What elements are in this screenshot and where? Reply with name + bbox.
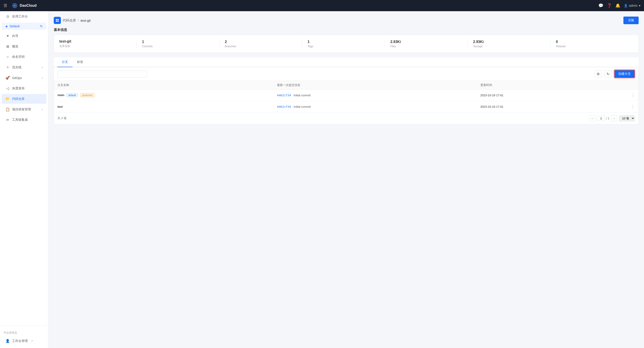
sidebar-item-label: 命名空间 bbox=[12, 55, 24, 59]
breadcrumb-separator: / bbox=[78, 19, 79, 22]
workspace-mgmt-icon: 👤 bbox=[5, 339, 10, 343]
stat-repo-name: test-git 仓库名称 bbox=[59, 40, 137, 48]
basic-info-title: 基本信息 bbox=[54, 28, 639, 32]
stat-repo-name-value: test-git bbox=[59, 40, 131, 44]
page-size-select[interactable]: 10 项 20 项 50 项 bbox=[619, 115, 635, 121]
sidebar-item-project-mgmt[interactable]: 📋 项目研发管理 › bbox=[2, 105, 46, 114]
sidebar-item-label: 概览 bbox=[12, 45, 18, 49]
sidebar-item-toolchain[interactable]: ∞ 工具链集成 bbox=[2, 115, 46, 125]
user-avatar-icon: 👤 bbox=[624, 4, 628, 8]
gitops-arrow-icon: › bbox=[42, 76, 43, 80]
stat-tags: 1 Tags bbox=[302, 40, 385, 48]
refresh-button[interactable]: ↻ bbox=[604, 70, 612, 78]
col-last-commit: 最新一次提交信息 bbox=[274, 81, 477, 90]
create-branch-button[interactable]: 创建分支 bbox=[614, 70, 635, 78]
sidebar-item-gitops[interactable]: 🚀 GitOps › bbox=[2, 73, 46, 83]
breadcrumb-current-repo: test-git bbox=[80, 19, 91, 23]
layout: ⊙ 应用工作台 ◈ Default ↻ ✦ 向导 ⊞ 概览 ○ 命名空间 ✧ 流… bbox=[0, 11, 644, 348]
search-wrapper: 🔍 bbox=[58, 71, 147, 78]
pagination-nav: ‹ 1 / 1 › 10 项 20 项 50 项 bbox=[589, 115, 635, 121]
default-icon: ◈ bbox=[5, 25, 8, 28]
stat-tags-label: Tags bbox=[308, 45, 380, 48]
update-time-cell-main: 2023-10-19 17:41 bbox=[477, 90, 627, 101]
sidebar-bottom: 平台管理员 👤 工作台管理 ↗ bbox=[0, 325, 48, 348]
settings-button[interactable]: ⚙ bbox=[594, 70, 602, 78]
main-content: 代码仓库 / test-git 克隆 基本信息 test-git 仓库名称 1 … bbox=[48, 11, 644, 348]
sidebar-item-code-repo[interactable]: 📁 代码仓库 bbox=[2, 94, 46, 104]
table-row: test 4462cf34 Initial commit 2023-10-19 … bbox=[54, 101, 638, 112]
col-actions bbox=[627, 81, 638, 90]
pagination: 共 2 项 ‹ 1 / 1 › 10 项 20 项 50 项 bbox=[54, 112, 638, 124]
stats-card: test-git 仓库名称 1 Commits 2 Branches 1 Tag… bbox=[54, 35, 639, 53]
branch-tabs: 分支 标签 bbox=[54, 57, 639, 67]
prev-page-button[interactable]: ‹ bbox=[589, 115, 595, 121]
pipeline-icon: ✧ bbox=[5, 65, 10, 69]
user-name: admin bbox=[629, 4, 638, 8]
gray-release-icon: ◁ bbox=[5, 86, 10, 91]
hamburger-menu[interactable]: ☰ bbox=[4, 3, 7, 8]
sidebar-item-label: 向导 bbox=[12, 34, 18, 38]
sidebar-item-pipeline[interactable]: ✧ 流水线 › bbox=[2, 63, 46, 72]
tab-tags[interactable]: 标签 bbox=[72, 57, 88, 67]
clone-button[interactable]: 克隆 bbox=[624, 17, 639, 24]
navbar: ☰ DaoCloud 💬 ❓ 🔔 👤 admin ▾ bbox=[0, 0, 644, 11]
namespace-icon: ○ bbox=[5, 55, 10, 59]
sidebar-item-label: 工作台管理 bbox=[12, 339, 28, 343]
more-actions-icon-test[interactable]: ⋮ bbox=[631, 104, 635, 109]
stat-commits: 1 Commits bbox=[137, 40, 220, 48]
commit-info-cell-main: 4462cf34 Initial commit bbox=[274, 90, 477, 101]
help-icon[interactable]: ❓ bbox=[607, 3, 612, 8]
sidebar-item-label: 工具链集成 bbox=[12, 118, 28, 122]
sidebar-item-guide[interactable]: ✦ 向导 bbox=[2, 31, 46, 41]
search-input[interactable] bbox=[58, 71, 147, 78]
project-mgmt-icon: 📋 bbox=[5, 107, 10, 112]
breadcrumb-repo-label[interactable]: 代码仓库 bbox=[63, 18, 76, 23]
more-actions-icon-main[interactable]: ⋮ bbox=[631, 93, 635, 97]
sidebar-item-gray-release[interactable]: ◁ 灰度发布 bbox=[2, 84, 46, 93]
sidebar: ⊙ 应用工作台 ◈ Default ↻ ✦ 向导 ⊞ 概览 ○ 命名空间 ✧ 流… bbox=[0, 11, 48, 348]
commit-hash-test: 4462cf34 bbox=[277, 105, 291, 108]
notification-icon[interactable]: 🔔 bbox=[615, 3, 620, 8]
commit-msg-main: Initial commit bbox=[294, 94, 310, 97]
sidebar-item-workspace-mgmt[interactable]: 👤 工作台管理 ↗ bbox=[2, 336, 46, 346]
stat-commits-label: Commits bbox=[142, 45, 214, 48]
branch-name-test: test bbox=[58, 105, 63, 108]
stat-storage: 2.93Ki Storage bbox=[468, 40, 550, 48]
toolchain-icon: ∞ bbox=[5, 118, 10, 122]
update-time-cell-test: 2023-10-19 17:41 bbox=[477, 101, 627, 112]
badge-default: default bbox=[66, 93, 78, 97]
tab-branch[interactable]: 分支 bbox=[57, 57, 72, 67]
overview-icon: ⊞ bbox=[5, 44, 10, 49]
sidebar-item-label: 应用工作台 bbox=[12, 15, 28, 19]
chat-icon[interactable]: 💬 bbox=[598, 3, 603, 8]
code-repo-icon: 📁 bbox=[5, 97, 10, 101]
branch-name-cell: main default protected bbox=[54, 90, 274, 101]
next-page-button[interactable]: › bbox=[611, 115, 617, 121]
col-update-time: 更新时间 bbox=[477, 81, 627, 90]
sidebar-item-namespace[interactable]: ○ 命名空间 bbox=[2, 52, 46, 62]
actions-cell-main: ⋮ bbox=[627, 90, 638, 101]
col-branch-name: 分支名称 bbox=[54, 81, 274, 90]
stat-tags-value: 1 bbox=[308, 40, 380, 44]
branch-name-cell: test bbox=[54, 101, 274, 112]
external-link-icon: ↗ bbox=[31, 339, 33, 342]
branch-table: 分支名称 最新一次提交信息 更新时间 main default protecte… bbox=[54, 81, 638, 112]
page-input[interactable]: 1 bbox=[597, 116, 605, 121]
stat-files-label: Files bbox=[390, 45, 462, 48]
commit-hash-main: 4462cf34 bbox=[277, 94, 291, 97]
sidebar-item-overview[interactable]: ⊞ 概览 bbox=[2, 42, 46, 51]
total-pages: 1 bbox=[608, 117, 609, 120]
sidebar-item-label: GitOps bbox=[12, 76, 22, 80]
sidebar-item-app-workbench[interactable]: ⊙ 应用工作台 bbox=[2, 12, 46, 21]
branch-name-main: main bbox=[58, 93, 64, 97]
stat-files-value: 2.93Ki bbox=[390, 40, 462, 44]
svg-point-1 bbox=[14, 5, 15, 6]
sidebar-item-label: 流水线 bbox=[12, 65, 22, 69]
actions-cell-test: ⋮ bbox=[627, 101, 638, 112]
stat-branches: 2 Branches bbox=[220, 40, 302, 48]
table-row: main default protected 4462cf34 Initial … bbox=[54, 90, 638, 101]
user-menu[interactable]: 👤 admin ▾ bbox=[624, 4, 640, 8]
stat-branches-value: 2 bbox=[225, 40, 297, 44]
sidebar-default-bar[interactable]: ◈ Default ↻ bbox=[2, 23, 46, 30]
refresh-icon[interactable]: ↻ bbox=[40, 25, 43, 28]
